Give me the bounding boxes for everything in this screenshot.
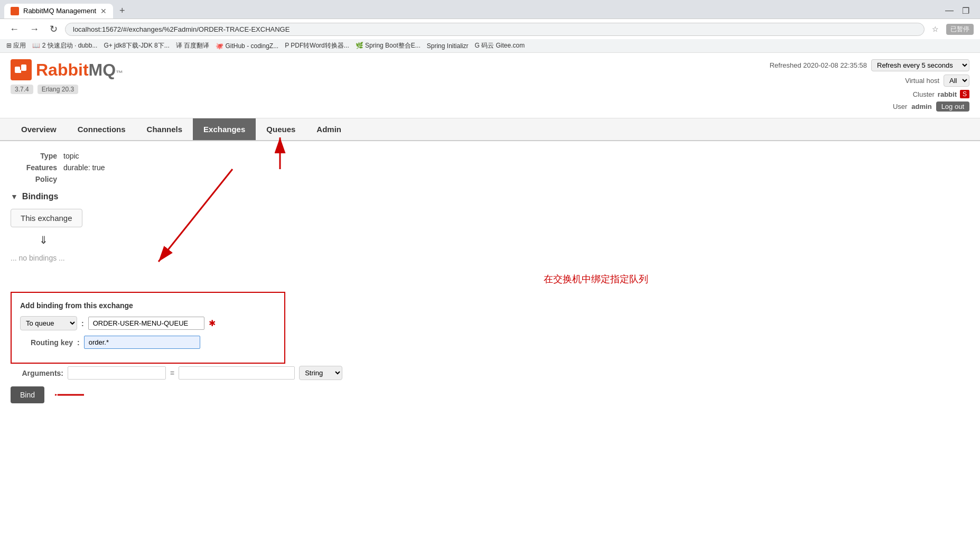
bind-button[interactable]: Bind bbox=[11, 386, 44, 403]
user-label: User bbox=[893, 103, 907, 110]
bookmark-9[interactable]: G 码云 Gitee.com bbox=[474, 41, 525, 50]
arg-type-select[interactable]: String Integer Boolean bbox=[299, 366, 342, 380]
bookmark-6[interactable]: P PDF转Word转换器... bbox=[285, 41, 349, 50]
queue-name-input[interactable] bbox=[88, 317, 204, 330]
binding-form: Add binding from this exchange To queue … bbox=[11, 292, 285, 364]
refresh-button[interactable]: ↻ bbox=[46, 22, 61, 36]
policy-label: Policy bbox=[11, 175, 63, 183]
type-value: topic bbox=[63, 152, 79, 160]
bind-arrow-icon bbox=[55, 387, 87, 403]
arg-key-input[interactable] bbox=[68, 366, 166, 380]
address-bar[interactable] bbox=[65, 23, 925, 36]
rmq-logo-text: RabbitMQ™ bbox=[36, 60, 123, 80]
features-value: durable: true bbox=[63, 163, 105, 172]
exchange-info-table: Type topic Features durable: true Policy bbox=[11, 152, 969, 183]
colon-separator: : bbox=[81, 319, 84, 328]
main-nav: Overview Connections Channels Exchanges … bbox=[0, 118, 980, 141]
annotation-text: 在交换机中绑定指定队列 bbox=[222, 273, 969, 285]
arrow-down-icon: ⇓ bbox=[11, 232, 969, 248]
suspended-button[interactable]: 已暂停 bbox=[946, 24, 974, 35]
binding-form-title: Add binding from this exchange bbox=[20, 301, 276, 310]
args-equals: = bbox=[170, 369, 174, 377]
cluster-label: Cluster bbox=[913, 90, 935, 98]
rmq-logo-icon bbox=[11, 59, 32, 80]
bindings-title: Bindings bbox=[22, 192, 58, 201]
no-bindings-label: ... no bindings ... bbox=[11, 254, 969, 262]
svg-rect-2 bbox=[18, 70, 21, 73]
arguments-label: Arguments: bbox=[11, 369, 63, 377]
user-value: admin bbox=[911, 103, 931, 110]
nav-overview[interactable]: Overview bbox=[11, 118, 67, 140]
nav-exchanges[interactable]: Exchanges bbox=[193, 118, 256, 140]
logout-button[interactable]: Log out bbox=[936, 101, 969, 112]
bindings-toggle[interactable]: ▼ bbox=[11, 192, 18, 201]
version-badge: 3.7.4 bbox=[11, 85, 33, 94]
bookmark-apps[interactable]: ⊞ 应用 bbox=[6, 41, 26, 50]
erlang-badge: Erlang 20.3 bbox=[38, 85, 78, 94]
bookmark-5[interactable]: 🐙 GitHub - codingZ... bbox=[216, 42, 278, 50]
nav-queues[interactable]: Queues bbox=[256, 118, 306, 140]
back-button[interactable]: ← bbox=[6, 23, 22, 36]
nav-connections[interactable]: Connections bbox=[67, 118, 136, 140]
nav-admin[interactable]: Admin bbox=[306, 118, 352, 140]
svg-rect-1 bbox=[21, 64, 26, 71]
new-tab-button[interactable]: + bbox=[115, 3, 129, 19]
vhost-select[interactable]: All / bbox=[944, 75, 969, 87]
cluster-indicator: S bbox=[960, 90, 969, 98]
vhost-label: Virtual host bbox=[905, 77, 939, 85]
forward-button[interactable]: → bbox=[26, 23, 42, 36]
bookmark-4[interactable]: 译 百度翻译 bbox=[176, 41, 209, 50]
maximize-button[interactable]: ❐ bbox=[962, 6, 969, 16]
cluster-value: rabbit bbox=[938, 90, 957, 98]
tab-title: RabbitMQ Management bbox=[23, 7, 96, 15]
bookmark-button[interactable]: ☆ bbox=[929, 24, 942, 34]
nav-channels[interactable]: Channels bbox=[136, 118, 193, 140]
routing-key-label: Routing key bbox=[20, 338, 73, 347]
bookmark-2[interactable]: 📖 2 快速启动 · dubb... bbox=[32, 41, 97, 50]
required-indicator: ✱ bbox=[209, 318, 216, 328]
bookmark-8[interactable]: Spring Initializr bbox=[427, 42, 469, 50]
window-controls: — ❐ bbox=[939, 6, 976, 16]
bookmark-7[interactable]: 🌿 Spring Boot整合E... bbox=[356, 41, 421, 50]
refreshed-timestamp: Refreshed 2020-02-08 22:35:58 bbox=[770, 61, 867, 69]
binding-to-select[interactable]: To queue To exchange bbox=[20, 316, 77, 330]
routing-key-input[interactable] bbox=[84, 336, 200, 349]
refresh-select[interactable]: Refresh every 5 seconds Refresh every 10… bbox=[871, 59, 969, 71]
tab-close-button[interactable]: ✕ bbox=[100, 7, 107, 15]
this-exchange-button[interactable]: This exchange bbox=[11, 209, 82, 227]
arg-value-input[interactable] bbox=[179, 366, 295, 380]
bookmark-3[interactable]: G+ jdk8下载-JDK 8下... bbox=[104, 41, 169, 50]
minimize-button[interactable]: — bbox=[945, 6, 954, 16]
type-label: Type bbox=[11, 152, 63, 160]
bookmarks-bar: ⊞ 应用 📖 2 快速启动 · dubb... G+ jdk8下载-JDK 8下… bbox=[0, 39, 980, 53]
tab-favicon bbox=[11, 7, 19, 15]
features-label: Features bbox=[11, 163, 63, 172]
browser-tab[interactable]: RabbitMQ Management ✕ bbox=[4, 4, 113, 19]
